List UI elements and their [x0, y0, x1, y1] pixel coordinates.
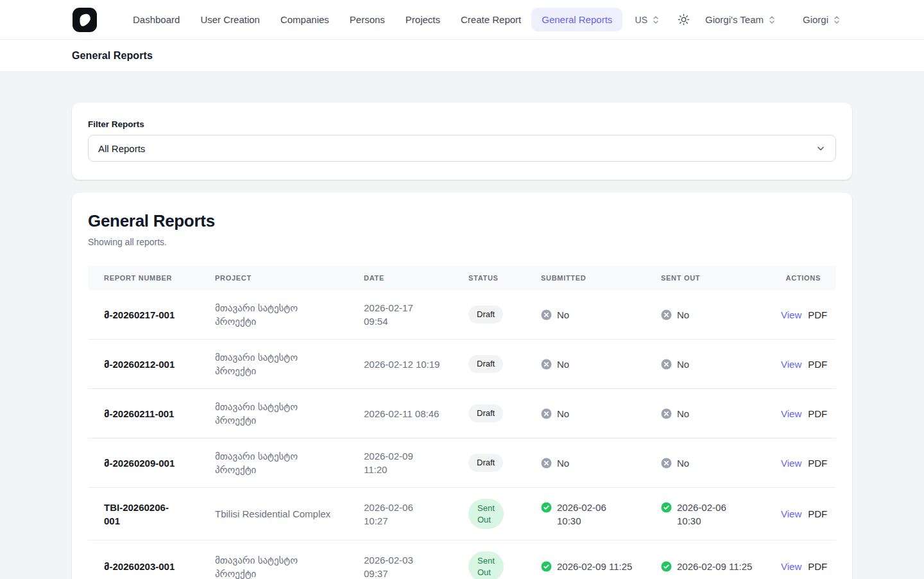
filter-select[interactable]: All Reports: [88, 135, 836, 162]
submitted-yes: 2026-02-09 11:25: [661, 560, 773, 573]
submitted-cell: No: [541, 438, 661, 488]
column-header-report-number: REPORT NUMBER: [88, 266, 215, 290]
project-cell: მთავარი სატესტოპროექტი: [215, 540, 364, 579]
reports-card: General Reports Showing all reports. REP…: [72, 193, 852, 579]
reports-subtitle: Showing all reports.: [88, 237, 836, 247]
view-link[interactable]: View: [781, 408, 801, 419]
table-row: მ-20260217-001მთავარი სატესტოპროექტი2026…: [88, 290, 836, 340]
status-badge: Sent Out: [468, 499, 504, 529]
nav-item-companies[interactable]: Companies: [270, 8, 339, 31]
check-circle-icon: [661, 502, 672, 513]
status-badge: Draft: [468, 454, 503, 472]
column-header-actions: ACTIONS: [781, 266, 836, 290]
user-menu[interactable]: Giorgi: [803, 14, 841, 25]
status-badge: Sent Out: [468, 551, 504, 579]
submitted-no: No: [661, 308, 773, 322]
actions-cell: ViewPDF: [781, 488, 836, 540]
x-circle-icon: [661, 309, 672, 320]
report-number-cell: მ-20260203-001: [88, 540, 215, 579]
date-cell: 2026-02-11 08:46: [364, 389, 468, 438]
date-cell: 2026-02-12 10:19: [364, 340, 468, 389]
status-badge: Draft: [468, 306, 503, 324]
table-row: მ-20260203-001მთავარი სატესტოპროექტი2026…: [88, 540, 836, 579]
report-number-cell: მ-20260217-001: [88, 290, 215, 340]
filter-card: Filter Reports All Reports: [72, 103, 852, 180]
locale-label: US: [635, 15, 647, 25]
x-circle-icon: [541, 408, 552, 419]
status-cell: Draft: [468, 389, 541, 438]
project-cell: Tbilisi Residential Complex: [215, 488, 364, 540]
chevron-down-icon: [816, 143, 826, 153]
x-circle-icon: [661, 359, 672, 370]
view-link[interactable]: View: [781, 508, 801, 519]
actions-cell: ViewPDF: [781, 540, 836, 579]
column-header-status: STATUS: [468, 266, 541, 290]
nav-item-create-report[interactable]: Create Report: [450, 8, 531, 31]
submitted-yes: 2026-02-09 11:25: [541, 560, 653, 573]
view-link[interactable]: View: [781, 359, 801, 370]
chevron-updown-icon: [652, 15, 660, 24]
chevron-updown-icon: [768, 15, 776, 24]
column-header-project: PROJECT: [215, 266, 364, 290]
nav-item-persons[interactable]: Persons: [339, 8, 395, 31]
submitted-no: No: [661, 358, 773, 371]
table-row: მ-20260211-001მთავარი სატესტოპროექტი2026…: [88, 389, 836, 438]
actions-cell: ViewPDF: [781, 290, 836, 340]
submitted-cell: 2026-02-09 11:25: [541, 540, 661, 579]
status-cell: Draft: [468, 438, 541, 488]
app-logo[interactable]: [72, 7, 98, 33]
actions-cell: ViewPDF: [781, 340, 836, 389]
status-cell: Sent Out: [468, 540, 541, 579]
view-link[interactable]: View: [781, 309, 801, 320]
user-name: Giorgi: [803, 14, 828, 25]
pdf-link[interactable]: PDF: [808, 359, 827, 370]
check-circle-icon: [541, 502, 552, 513]
team-name: Giorgi's Team: [705, 14, 764, 25]
submitted-cell: No: [541, 340, 661, 389]
nav-item-projects[interactable]: Projects: [395, 8, 450, 31]
pdf-link[interactable]: PDF: [808, 458, 827, 469]
nav-item-user-creation[interactable]: User Creation: [190, 8, 270, 31]
submitted-no: No: [661, 407, 773, 420]
view-link[interactable]: View: [781, 561, 801, 572]
locale-selector[interactable]: US: [635, 15, 660, 25]
submitted-cell: No: [541, 290, 661, 340]
pdf-link[interactable]: PDF: [808, 309, 827, 320]
sent-out-cell: No: [661, 438, 781, 488]
submitted-yes: 2026-02-0610:30: [541, 501, 653, 528]
submitted-no: No: [661, 456, 773, 470]
pdf-link[interactable]: PDF: [808, 508, 827, 519]
submitted-no: No: [541, 407, 653, 420]
check-circle-icon: [661, 561, 672, 572]
project-cell: მთავარი სატესტოპროექტი: [215, 290, 364, 340]
nav-item-dashboard[interactable]: Dashboard: [123, 8, 190, 31]
theme-toggle-button[interactable]: [678, 13, 690, 26]
x-circle-icon: [541, 359, 552, 370]
page-title: General Reports: [72, 50, 153, 62]
x-circle-icon: [541, 458, 552, 469]
status-cell: Sent Out: [468, 488, 541, 540]
status-cell: Draft: [468, 340, 541, 389]
x-circle-icon: [661, 408, 672, 419]
submitted-no: No: [541, 358, 653, 371]
submitted-no: No: [541, 308, 653, 322]
submitted-yes: 2026-02-0610:30: [661, 501, 773, 528]
project-cell: მთავარი სატესტოპროექტი: [215, 438, 364, 488]
submitted-no: No: [541, 456, 653, 470]
nav-item-general-reports[interactable]: General Reports: [531, 8, 622, 31]
report-number-cell: TBI-20260206-001: [88, 488, 215, 540]
pdf-link[interactable]: PDF: [808, 561, 827, 572]
pdf-link[interactable]: PDF: [808, 408, 827, 419]
date-cell: 2026-02-1709:54: [364, 290, 468, 340]
team-selector[interactable]: Giorgi's Team: [705, 14, 776, 25]
chevron-updown-icon: [833, 15, 841, 24]
main-nav: DashboardUser CreationCompaniesPersonsPr…: [123, 8, 622, 31]
top-navigation-bar: DashboardUser CreationCompaniesPersonsPr…: [0, 0, 924, 40]
actions-cell: ViewPDF: [781, 438, 836, 488]
submitted-cell: 2026-02-0610:30: [541, 488, 661, 540]
column-header-submitted: SUBMITTED: [541, 266, 661, 290]
filter-selected-value: All Reports: [98, 143, 145, 154]
sent-out-cell: No: [661, 389, 781, 438]
view-link[interactable]: View: [781, 458, 801, 469]
report-number-cell: მ-20260212-001: [88, 340, 215, 389]
